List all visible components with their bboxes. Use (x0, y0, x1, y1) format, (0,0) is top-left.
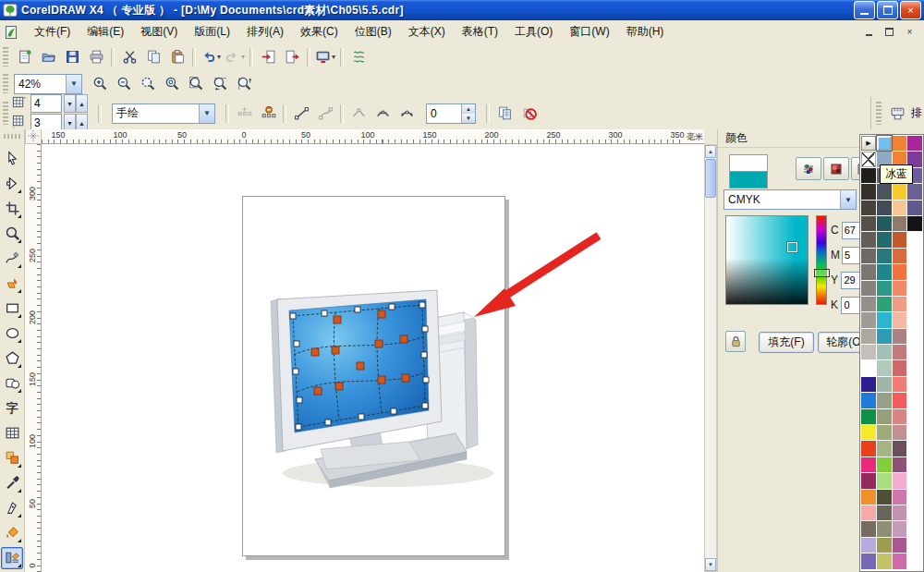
import-button[interactable] (256, 45, 280, 69)
polygon-tool[interactable] (1, 347, 23, 370)
color-swatch[interactable] (893, 297, 907, 311)
color-swatch[interactable] (861, 538, 876, 553)
color-swatch[interactable] (861, 409, 876, 424)
color-swatch[interactable] (893, 136, 907, 151)
toolbar-grip[interactable] (876, 102, 881, 125)
menu-item-effects[interactable]: 效果(C) (292, 20, 346, 43)
color-swatch[interactable] (877, 538, 892, 553)
color-swatch[interactable] (861, 329, 876, 344)
palette-expander-button[interactable]: ▶ (861, 136, 876, 151)
no-color-swatch[interactable] (861, 152, 876, 166)
shape-tool[interactable] (1, 173, 23, 195)
color-swatch[interactable] (861, 441, 876, 456)
color-swatch[interactable] (893, 216, 907, 231)
color-swatch[interactable] (877, 264, 892, 279)
menu-item-help[interactable]: 帮助(H) (618, 20, 673, 43)
color-swatch[interactable] (877, 393, 892, 408)
color-swatch[interactable] (861, 249, 876, 263)
color-swatch[interactable] (907, 136, 922, 151)
color-swatch[interactable] (861, 377, 876, 392)
color-swatch[interactable] (877, 345, 892, 359)
color-swatch[interactable] (893, 538, 907, 553)
eyedropper-tool[interactable] (1, 472, 23, 494)
zoom-in-button[interactable] (88, 72, 112, 96)
zoom-tool[interactable] (1, 223, 23, 245)
color-swatch[interactable] (893, 345, 907, 359)
scrollbar-thumb[interactable] (705, 159, 716, 198)
color-swatch[interactable] (861, 393, 876, 408)
color-swatch[interactable] (861, 297, 876, 311)
color-swatch[interactable] (861, 505, 876, 520)
zoom-to-selection-button[interactable] (136, 72, 160, 96)
color-swatch[interactable] (877, 201, 892, 215)
color-swatch[interactable] (893, 473, 907, 488)
scroll-down-button[interactable]: ▼ (705, 558, 716, 571)
color-swatch[interactable] (907, 216, 922, 231)
menu-item-file[interactable]: 文件(F) (26, 20, 79, 43)
zoom-to-page-width-button[interactable] (208, 72, 232, 96)
color-swatch[interactable] (893, 521, 907, 536)
undo-button-caret[interactable]: ▾ (217, 53, 221, 61)
symmetrical-node-button[interactable] (395, 102, 419, 126)
color-swatch[interactable] (877, 521, 892, 536)
chevron-down-icon[interactable]: ▼ (199, 104, 214, 123)
application-launcher-button-caret[interactable]: ▾ (332, 53, 335, 61)
color-swatch[interactable] (861, 490, 876, 505)
black-field[interactable]: 0 (841, 297, 860, 314)
interactive-fill-tool[interactable] (1, 547, 23, 569)
mdi-close-button[interactable]: × (901, 24, 918, 40)
color-swatch[interactable] (877, 473, 892, 488)
color-swatch[interactable] (893, 409, 907, 424)
drawing-canvas[interactable] (42, 144, 704, 572)
color-swatch[interactable] (893, 441, 907, 456)
color-swatch[interactable] (907, 184, 922, 199)
color-sliders-button[interactable] (796, 157, 821, 180)
welcome-screen-button[interactable] (346, 45, 371, 69)
color-swatch[interactable] (877, 505, 892, 520)
curve-smoothness-combo[interactable]: 手绘 ▼ (112, 103, 215, 124)
cyan-field[interactable]: 67 (842, 222, 860, 239)
table-tool[interactable] (1, 422, 23, 444)
color-swatch[interactable] (877, 360, 892, 375)
rectangle-tool[interactable] (1, 298, 23, 320)
redo-button-caret[interactable]: ▾ (241, 53, 245, 61)
application-launcher-button[interactable]: ▾ (313, 45, 337, 69)
color-swatch[interactable] (893, 377, 907, 392)
color-swatch[interactable] (861, 281, 876, 296)
menu-item-tools[interactable]: 工具(O) (506, 20, 561, 43)
color-swatch[interactable] (893, 490, 907, 505)
menu-item-text[interactable]: 文本(X) (400, 20, 454, 43)
color-swatch[interactable] (861, 216, 876, 231)
ellipse-tool[interactable] (1, 323, 23, 345)
color-picker-selector[interactable] (787, 242, 797, 252)
color-swatch[interactable] (877, 409, 892, 424)
color-swatch[interactable] (893, 505, 907, 520)
color-picker-area[interactable] (725, 215, 808, 305)
color-swatch[interactable] (893, 264, 907, 279)
color-model-combo[interactable]: CMYK ▼ (723, 189, 857, 210)
color-swatch[interactable] (877, 136, 892, 151)
ruler-origin[interactable] (25, 129, 42, 144)
mdi-restore-button[interactable] (881, 24, 898, 40)
smooth-node-button[interactable] (371, 102, 395, 126)
copy-button[interactable] (141, 45, 165, 69)
menu-item-edit[interactable]: 编辑(E) (79, 20, 132, 43)
color-swatch[interactable] (893, 457, 907, 472)
color-swatch[interactable] (877, 281, 892, 296)
color-swatch[interactable] (861, 521, 876, 536)
pick-tool[interactable] (1, 148, 23, 170)
close-button[interactable]: × (900, 1, 921, 19)
copy-mesh-fill-button[interactable] (492, 102, 517, 126)
vertical-scrollbar[interactable]: ▲ ▼ (704, 144, 717, 572)
color-viewers-button[interactable] (823, 157, 849, 180)
color-swatch[interactable] (861, 312, 876, 327)
open-button[interactable] (36, 45, 60, 69)
magenta-field[interactable]: 5 (842, 247, 860, 264)
color-swatch[interactable] (861, 201, 876, 215)
mesh-rows-field[interactable]: 4 (30, 94, 62, 113)
color-swatch[interactable] (877, 490, 892, 505)
clear-mesh-button[interactable] (517, 102, 541, 126)
blend-tool[interactable] (1, 447, 23, 469)
export-button[interactable] (280, 45, 304, 69)
lock-icon[interactable] (725, 331, 746, 352)
